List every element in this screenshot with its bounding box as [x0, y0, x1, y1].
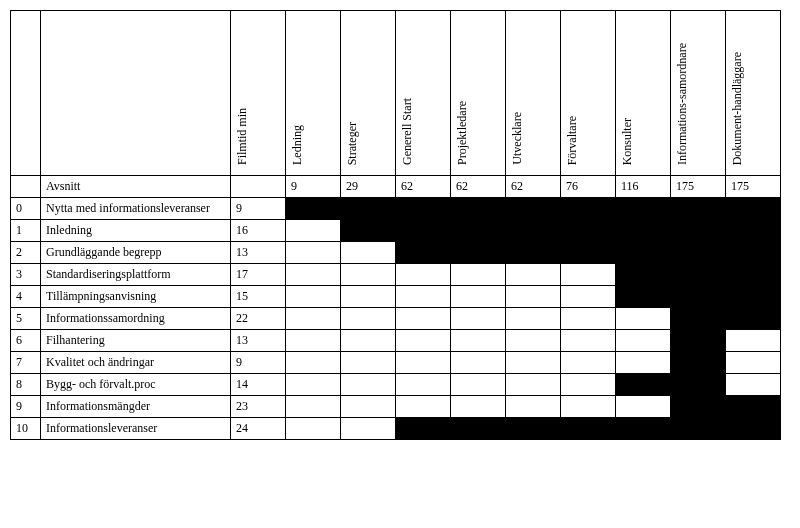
row-title: Filhantering: [41, 330, 231, 352]
value-cell: [341, 308, 396, 330]
filled-cell: [671, 374, 726, 396]
filled-cell: [671, 330, 726, 352]
filled-cell: [616, 242, 671, 264]
filled-cell: [451, 198, 506, 220]
value-cell: [616, 308, 671, 330]
row-title: Tillämpningsanvisning: [41, 286, 231, 308]
row-number: 6: [11, 330, 41, 352]
header-row: Filmtid minLedningStrategerGenerell Star…: [11, 11, 781, 176]
row-number: 5: [11, 308, 41, 330]
value-cell: [341, 264, 396, 286]
value-cell: [396, 308, 451, 330]
filled-cell: [671, 418, 726, 440]
row-number: 8: [11, 374, 41, 396]
value-cell: [451, 264, 506, 286]
value-cell: [341, 242, 396, 264]
value-cell: [286, 352, 341, 374]
filled-cell: [451, 418, 506, 440]
column-header: Utvecklare: [511, 112, 524, 165]
filled-cell: [616, 264, 671, 286]
filled-cell: [616, 286, 671, 308]
value-cell: [341, 418, 396, 440]
row-number: 0: [11, 198, 41, 220]
table-row: 6Filhantering13: [11, 330, 781, 352]
row-title: Grundläggande begrepp: [41, 242, 231, 264]
value-cell: [561, 352, 616, 374]
filled-cell: [506, 418, 561, 440]
value-cell: 9: [231, 198, 286, 220]
filled-cell: [671, 198, 726, 220]
section-total: [231, 176, 286, 198]
column-header: Filmtid min: [236, 108, 249, 165]
section-total: 9: [286, 176, 341, 198]
filled-cell: [726, 198, 781, 220]
value-cell: [286, 242, 341, 264]
row-number: 2: [11, 242, 41, 264]
value-cell: [616, 352, 671, 374]
value-cell: [561, 286, 616, 308]
filled-cell: [506, 198, 561, 220]
row-title: Standardiseringsplattform: [41, 264, 231, 286]
row-number: 4: [11, 286, 41, 308]
filled-cell: [506, 242, 561, 264]
filled-cell: [726, 308, 781, 330]
filled-cell: [726, 242, 781, 264]
filled-cell: [451, 220, 506, 242]
row-number: 10: [11, 418, 41, 440]
column-header: Strateger: [346, 122, 359, 165]
filled-cell: [286, 198, 341, 220]
filled-cell: [671, 308, 726, 330]
filled-cell: [671, 396, 726, 418]
filled-cell: [726, 264, 781, 286]
filled-cell: [396, 418, 451, 440]
row-title: Informationsmängder: [41, 396, 231, 418]
filled-cell: [671, 352, 726, 374]
value-cell: [506, 396, 561, 418]
section-total: 175: [671, 176, 726, 198]
value-cell: [286, 330, 341, 352]
section-total: 29: [341, 176, 396, 198]
value-cell: [561, 330, 616, 352]
filled-cell: [671, 264, 726, 286]
value-cell: [396, 396, 451, 418]
filled-cell: [616, 418, 671, 440]
filled-cell: [396, 198, 451, 220]
table-row: 10Informationsleveranser24: [11, 418, 781, 440]
value-cell: 15: [231, 286, 286, 308]
table-row: 4Tillämpningsanvisning15: [11, 286, 781, 308]
row-number: 9: [11, 396, 41, 418]
filled-cell: [451, 242, 506, 264]
column-header: Generell Start: [401, 98, 414, 165]
section-total: 175: [726, 176, 781, 198]
filled-cell: [561, 198, 616, 220]
section-total: 62: [396, 176, 451, 198]
row-title: Kvalitet och ändringar: [41, 352, 231, 374]
table-row: 5Informationssamordning22: [11, 308, 781, 330]
section-total: 116: [616, 176, 671, 198]
value-cell: [616, 330, 671, 352]
column-header: Ledning: [291, 125, 304, 165]
filled-cell: [726, 220, 781, 242]
value-cell: [561, 374, 616, 396]
filled-cell: [726, 418, 781, 440]
filled-cell: [616, 374, 671, 396]
filled-cell: [726, 396, 781, 418]
row-title: Nytta med informationsleveranser: [41, 198, 231, 220]
table-row: 3Standardiseringsplattform17: [11, 264, 781, 286]
value-cell: [561, 396, 616, 418]
value-cell: [286, 374, 341, 396]
filled-cell: [506, 220, 561, 242]
value-cell: [561, 264, 616, 286]
value-cell: [341, 352, 396, 374]
value-cell: [341, 286, 396, 308]
table-row: 1Inledning16: [11, 220, 781, 242]
filled-cell: [671, 242, 726, 264]
section-totals-row: Avsnitt92962626276116175175: [11, 176, 781, 198]
value-cell: [506, 330, 561, 352]
filled-cell: [561, 418, 616, 440]
filled-cell: [396, 220, 451, 242]
column-header: Dokument-handläggare: [731, 52, 744, 165]
value-cell: [396, 330, 451, 352]
filled-cell: [616, 198, 671, 220]
filled-cell: [726, 286, 781, 308]
